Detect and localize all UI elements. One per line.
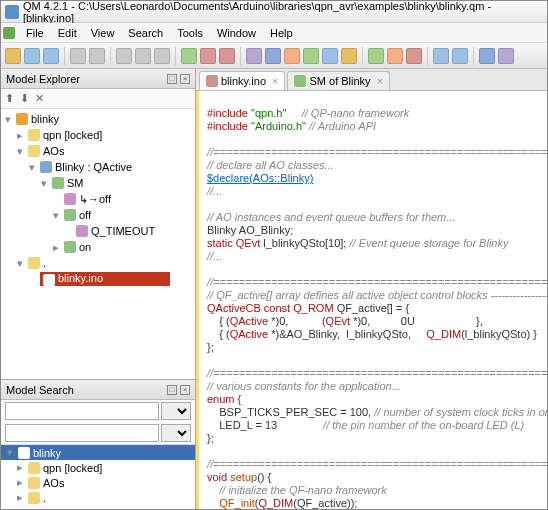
package-icon bbox=[16, 113, 28, 125]
tb-new-icon[interactable] bbox=[5, 48, 21, 64]
code-editor[interactable]: #include "qpn.h" // QP-nano framework #i… bbox=[196, 91, 547, 509]
sr-aos[interactable]: AOs bbox=[43, 477, 64, 489]
search-panel: Model Search □× ▾blinky ▸qpn [locked] ▸A… bbox=[1, 379, 195, 509]
tab-sm-blinky[interactable]: SM of Blinky× bbox=[287, 71, 390, 90]
collapse-icon[interactable]: ▸ bbox=[15, 129, 25, 142]
explorer-title: Model Explorer bbox=[6, 73, 80, 85]
sm-icon bbox=[294, 75, 306, 87]
tb-open-icon[interactable] bbox=[24, 48, 40, 64]
tb-zoom2-icon[interactable] bbox=[452, 48, 468, 64]
tb-gen-icon[interactable] bbox=[368, 48, 384, 64]
sr-dot[interactable]: . bbox=[43, 492, 46, 504]
search-results[interactable]: ▾blinky ▸qpn [locked] ▸AOs ▸. bbox=[1, 444, 195, 509]
tree-root[interactable]: blinky bbox=[31, 113, 59, 125]
panel-float-icon[interactable]: □ bbox=[167, 74, 177, 84]
tree-qtimeout[interactable]: Q_TIMEOUT bbox=[91, 225, 155, 237]
expand-icon[interactable]: ▾ bbox=[27, 161, 37, 174]
toolbar bbox=[1, 43, 547, 69]
class-icon bbox=[40, 161, 52, 173]
menu-view[interactable]: View bbox=[85, 25, 121, 41]
tb-del-icon[interactable] bbox=[200, 48, 216, 64]
panel-float-icon[interactable]: □ bbox=[167, 385, 177, 395]
search-input[interactable] bbox=[5, 402, 159, 420]
explorer-toolbar: ⬆ ⬇ ✕ bbox=[1, 89, 195, 109]
tb-pkg-icon[interactable] bbox=[246, 48, 262, 64]
menu-edit[interactable]: Edit bbox=[52, 25, 83, 41]
expand-icon[interactable]: ▾ bbox=[15, 257, 25, 270]
collapse-icon[interactable]: ▸ bbox=[51, 241, 61, 254]
menu-window[interactable]: Window bbox=[211, 25, 262, 41]
tb-redo-icon[interactable] bbox=[89, 48, 105, 64]
tb-paste-icon[interactable] bbox=[154, 48, 170, 64]
state-icon bbox=[64, 209, 76, 221]
search-result-root[interactable]: ▾blinky bbox=[1, 445, 195, 460]
menu-bar: File Edit View Search Tools Window Help bbox=[1, 23, 547, 43]
tree-dot[interactable]: . bbox=[43, 257, 46, 269]
tree-aos[interactable]: AOs bbox=[43, 145, 64, 157]
close-icon[interactable]: × bbox=[272, 75, 278, 87]
tree-file: blinky.ino bbox=[58, 272, 103, 284]
file-icon bbox=[206, 75, 218, 87]
close-icon[interactable]: × bbox=[377, 75, 383, 87]
model-tree[interactable]: ▾blinky ▸qpn [locked] ▾AOs ▾Blinky : QAc… bbox=[1, 109, 195, 379]
replace-input[interactable] bbox=[5, 424, 159, 442]
menu-file[interactable]: File bbox=[20, 25, 50, 41]
tb-save-icon[interactable] bbox=[43, 48, 59, 64]
tb-undo-icon[interactable] bbox=[70, 48, 86, 64]
folder-icon bbox=[28, 462, 40, 474]
delete-icon[interactable]: ✕ bbox=[35, 92, 44, 105]
menu-tools[interactable]: Tools bbox=[171, 25, 209, 41]
app-icon bbox=[5, 5, 19, 19]
tree-off[interactable]: off bbox=[79, 209, 91, 221]
panel-close-icon[interactable]: × bbox=[180, 74, 190, 84]
folder-icon bbox=[28, 492, 40, 504]
tree-blinky-class[interactable]: Blinky : QActive bbox=[55, 161, 132, 173]
window-title: QM 4.2.1 - C:\Users\Leonardo\Documents\A… bbox=[23, 0, 543, 24]
folder-icon bbox=[28, 477, 40, 489]
down-icon[interactable]: ⬇ bbox=[20, 92, 29, 105]
tree-selected[interactable]: blinky.ino bbox=[40, 272, 170, 285]
tb-zoom-icon[interactable] bbox=[433, 48, 449, 64]
sr-qpn[interactable]: qpn [locked] bbox=[43, 462, 102, 474]
explorer-header: Model Explorer □× bbox=[1, 69, 195, 89]
folder-icon bbox=[28, 129, 40, 141]
tb-attr-icon[interactable] bbox=[284, 48, 300, 64]
editor-area: blinky.ino× SM of Blinky× #include "qpn.… bbox=[196, 69, 547, 509]
tb-cut-icon[interactable] bbox=[116, 48, 132, 64]
tb-help-icon[interactable] bbox=[479, 48, 495, 64]
search-type-select[interactable] bbox=[161, 402, 191, 420]
folder-icon bbox=[28, 145, 40, 157]
main-area: Model Explorer □× ⬆ ⬇ ✕ ▾blinky ▸qpn [lo… bbox=[1, 69, 547, 509]
tree-qpn[interactable]: qpn [locked] bbox=[43, 129, 102, 141]
tb-st-icon[interactable] bbox=[341, 48, 357, 64]
expand-icon[interactable]: ▾ bbox=[15, 145, 25, 158]
menu-icon bbox=[3, 27, 15, 39]
tb-gen2-icon[interactable] bbox=[387, 48, 403, 64]
tb-cls-icon[interactable] bbox=[265, 48, 281, 64]
statemachine-icon bbox=[52, 177, 64, 189]
expand-icon[interactable]: ▾ bbox=[39, 177, 49, 190]
expand-icon[interactable]: ▾ bbox=[51, 209, 61, 222]
tb-add-icon[interactable] bbox=[181, 48, 197, 64]
menu-help[interactable]: Help bbox=[264, 25, 299, 41]
menu-search[interactable]: Search bbox=[122, 25, 169, 41]
tb-copy-icon[interactable] bbox=[135, 48, 151, 64]
tab-blinky-ino[interactable]: blinky.ino× bbox=[199, 71, 285, 90]
panel-close-icon[interactable]: × bbox=[180, 385, 190, 395]
search-header: Model Search □× bbox=[1, 380, 195, 400]
state-icon bbox=[64, 241, 76, 253]
tree-sm[interactable]: SM bbox=[67, 177, 84, 189]
expand-icon[interactable]: ▾ bbox=[3, 113, 13, 126]
tb-sm-icon[interactable] bbox=[322, 48, 338, 64]
tb-del2-icon[interactable] bbox=[219, 48, 235, 64]
tb-gen3-icon[interactable] bbox=[406, 48, 422, 64]
tb-op-icon[interactable] bbox=[303, 48, 319, 64]
folder-icon bbox=[28, 257, 40, 269]
tree-on[interactable]: on bbox=[79, 241, 91, 253]
left-panel: Model Explorer □× ⬆ ⬇ ✕ ▾blinky ▸qpn [lo… bbox=[1, 69, 196, 509]
replace-type-select[interactable] bbox=[161, 424, 191, 442]
up-icon[interactable]: ⬆ bbox=[5, 92, 14, 105]
tree-off-tr[interactable]: ↳→off bbox=[79, 193, 111, 206]
event-icon bbox=[76, 225, 88, 237]
tb-about-icon[interactable] bbox=[498, 48, 514, 64]
